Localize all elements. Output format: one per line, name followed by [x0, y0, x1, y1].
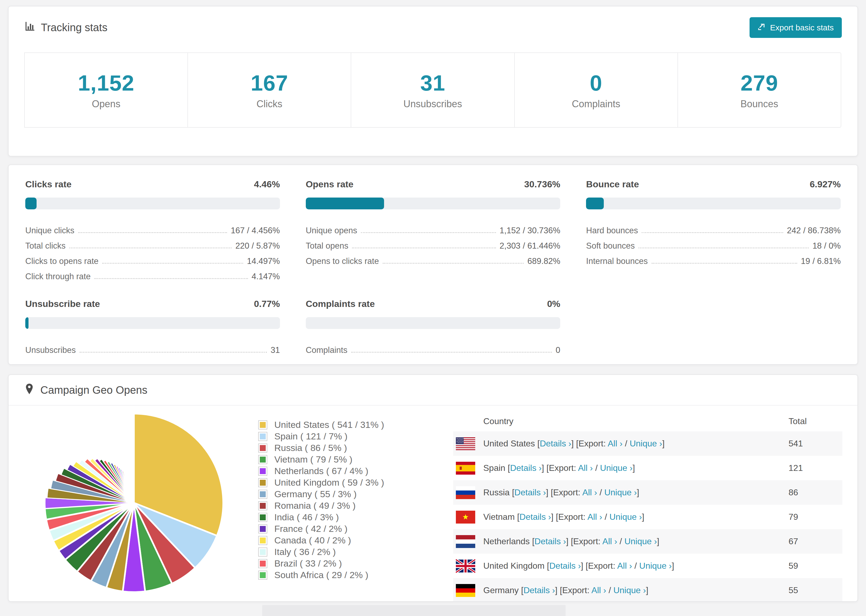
export-all-link[interactable]: All › [578, 463, 593, 473]
export-all-link[interactable]: All › [602, 536, 617, 546]
rate-progress-track [306, 198, 561, 209]
dotted-leader [94, 278, 248, 279]
rate-row: Opens to clicks rate 689.82% [306, 251, 561, 266]
stat-boxes-row: 1,152 Opens 167 Clicks 31 Unsubscribes 0… [25, 52, 841, 128]
legend-item[interactable]: United States ( 541 / 31% ) [258, 419, 399, 431]
rate-row: Complaints 0 [306, 340, 561, 355]
country-name: Russia [483, 487, 510, 497]
stat-value: 167 [251, 71, 288, 96]
flag-es [456, 462, 475, 475]
country-name: Germany [483, 585, 519, 595]
legend-swatch [258, 524, 267, 533]
details-link[interactable]: Details › [510, 463, 542, 473]
export-all-link[interactable]: All › [608, 438, 622, 448]
export-all-link[interactable]: All › [591, 585, 606, 595]
separator: / [635, 561, 637, 570]
legend-swatch [258, 570, 267, 580]
geo-header: Campaign Geo Opens [9, 375, 857, 405]
export-all-link[interactable]: All › [617, 561, 632, 570]
rate-progress-fill [25, 317, 28, 329]
rate-rows: Complaints 0 [306, 340, 561, 355]
bracket: ] [672, 561, 674, 570]
export-unique-link[interactable]: Unique › [600, 463, 633, 473]
tracking-stats-header: Tracking stats Export basic stats [9, 6, 857, 38]
tracking-stats-card: Tracking stats Export basic stats 1,152 … [8, 6, 858, 156]
table-row: Russia [Details ›] [Export: All › / Uniq… [453, 480, 842, 505]
rate-rows: Unique clicks 167 / 4.456% Total clicks … [25, 220, 280, 281]
export-basic-stats-button[interactable]: Export basic stats [749, 17, 842, 38]
legend-item[interactable]: Russia ( 86 / 5% ) [258, 442, 399, 454]
details-link[interactable]: Details › [540, 438, 571, 448]
rate-value: 30.736% [524, 179, 560, 190]
legend-item[interactable]: Canada ( 40 / 2% ) [258, 534, 399, 546]
legend-item[interactable]: Spain ( 121 / 7% ) [258, 431, 399, 442]
dotted-leader [642, 232, 783, 233]
tracking-stats-title: Tracking stats [25, 21, 107, 34]
export-unique-link[interactable]: Unique › [609, 512, 642, 522]
bracket: ] [633, 463, 635, 473]
rate-value: 4.46% [254, 179, 280, 190]
stat-box: 167 Clicks [187, 52, 351, 128]
column-header-country: Country [483, 416, 789, 426]
rate-row-value: 14.497% [247, 256, 280, 266]
legend-item[interactable]: Italy ( 36 / 2% ) [258, 546, 399, 558]
rate-row: Internal bounces 19 / 6.81% [586, 251, 841, 266]
page-title: Tracking stats [41, 22, 107, 34]
rate-block: Unsubscribe rate 0.77% Unsubscribes 31 [25, 299, 280, 355]
rate-row-label: Total opens [306, 241, 348, 251]
bracket: ] [551, 512, 553, 522]
column-header-total: Total [789, 416, 842, 426]
table-row: Vietnam [Details ›] [Export: All › / Uni… [453, 505, 842, 529]
page-bottom-area [0, 602, 866, 616]
geo-title: Campaign Geo Opens [40, 384, 147, 396]
bracket: [ [512, 487, 515, 497]
table-row: United Kingdom [Details ›] [Export: All … [453, 554, 842, 578]
dotted-leader [102, 263, 243, 264]
rate-row: Total clicks 220 / 5.87% [25, 236, 280, 251]
country-total: 67 [789, 536, 842, 546]
legend-swatch [258, 513, 267, 522]
export-unique-link[interactable]: Unique › [630, 438, 662, 448]
bottom-scroll-area [262, 605, 565, 616]
rate-row-value: 1,152 / 30.736% [500, 226, 561, 236]
legend-item[interactable]: Vietnam ( 79 / 5% ) [258, 454, 399, 465]
export-unique-link[interactable]: Unique › [625, 536, 657, 546]
bracket: ] [546, 487, 548, 497]
legend-item[interactable]: India ( 46 / 3% ) [258, 511, 399, 523]
legend-item[interactable]: Netherlands ( 67 / 4% ) [258, 465, 399, 477]
details-link[interactable]: Details › [549, 561, 581, 570]
legend-item[interactable]: Romania ( 49 / 3% ) [258, 500, 399, 511]
campaign-geo-opens-card: Campaign Geo Opens United States ( 541 /… [8, 374, 858, 602]
bracket: ] [662, 438, 664, 448]
geo-table-body: United States [Details ›] [Export: All ›… [453, 431, 842, 602]
bracket: ] [646, 585, 649, 595]
separator: / [620, 536, 622, 546]
legend-item[interactable]: South Africa ( 29 / 2% ) [258, 569, 399, 581]
bracket: [ [508, 463, 510, 473]
export-unique-link[interactable]: Unique › [639, 561, 672, 570]
bracket: ] [555, 585, 557, 595]
legend-item[interactable]: France ( 42 / 2% ) [258, 523, 399, 534]
export-unique-link[interactable]: Unique › [614, 585, 646, 595]
rate-rows: Hard bounces 242 / 86.738% Soft bounces … [586, 220, 841, 266]
rate-title: Clicks rate [25, 179, 72, 190]
rate-row-label: Clicks to opens rate [25, 256, 98, 266]
legend-label: Canada ( 40 / 2% ) [274, 535, 351, 545]
details-link[interactable]: Details › [515, 487, 546, 497]
details-link[interactable]: Details › [534, 536, 566, 546]
legend-swatch [258, 501, 267, 511]
legend-label: Brazil ( 33 / 2% ) [274, 558, 342, 569]
rate-title: Complaints rate [306, 299, 375, 309]
stat-value: 279 [741, 71, 778, 96]
dotted-leader [80, 352, 267, 353]
rates-grid: Clicks rate 4.46% Unique clicks 167 / 4.… [25, 179, 841, 355]
legend-item[interactable]: Brazil ( 33 / 2% ) [258, 558, 399, 569]
legend-item[interactable]: United Kingdom ( 59 / 3% ) [258, 477, 399, 488]
export-all-link[interactable]: All › [587, 512, 602, 522]
details-link[interactable]: Details › [520, 512, 551, 522]
details-link[interactable]: Details › [523, 585, 555, 595]
export-all-link[interactable]: All › [582, 487, 597, 497]
legend-item[interactable]: Germany ( 55 / 3% ) [258, 488, 399, 500]
export-unique-link[interactable]: Unique › [604, 487, 637, 497]
geo-pie-chart[interactable] [9, 405, 227, 602]
